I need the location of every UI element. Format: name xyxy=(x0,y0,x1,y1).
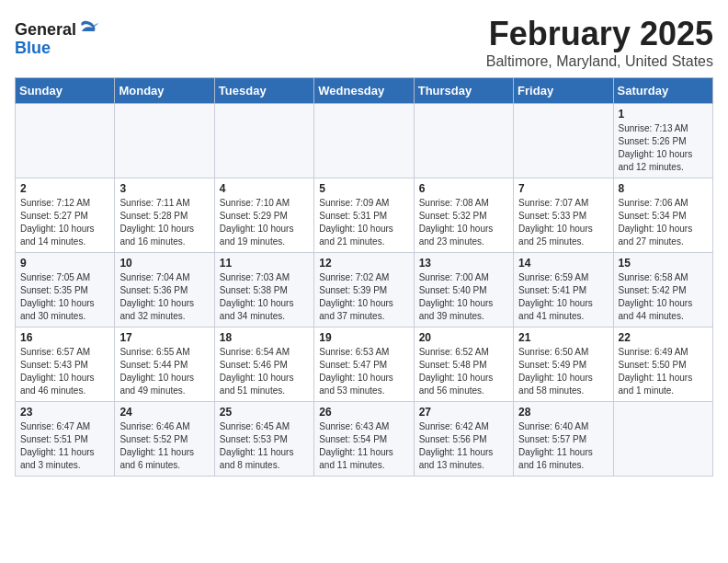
day-number: 11 xyxy=(220,257,309,270)
day-number: 15 xyxy=(619,257,708,270)
calendar-cell: 11Sunrise: 7:03 AM Sunset: 5:38 PM Dayli… xyxy=(214,253,313,327)
calendar-cell: 15Sunrise: 6:58 AM Sunset: 5:42 PM Dayli… xyxy=(613,253,712,327)
day-number: 5 xyxy=(319,182,408,195)
day-number: 6 xyxy=(419,182,508,195)
day-info: Sunrise: 7:03 AM Sunset: 5:38 PM Dayligh… xyxy=(220,271,309,323)
day-info: Sunrise: 7:05 AM Sunset: 5:35 PM Dayligh… xyxy=(20,271,109,323)
day-info: Sunrise: 6:43 AM Sunset: 5:54 PM Dayligh… xyxy=(319,420,408,472)
day-number: 14 xyxy=(518,257,608,270)
day-number: 17 xyxy=(119,331,209,344)
day-header-thursday: Thursday xyxy=(414,78,513,104)
day-number: 26 xyxy=(319,406,408,419)
calendar-title: February 2025 xyxy=(15,15,713,53)
day-number: 27 xyxy=(419,406,508,419)
logo: General Blue xyxy=(15,18,98,58)
day-info: Sunrise: 6:45 AM Sunset: 5:53 PM Dayligh… xyxy=(220,420,309,472)
day-header-sunday: Sunday xyxy=(16,78,115,104)
day-header-tuesday: Tuesday xyxy=(214,78,313,104)
day-number: 4 xyxy=(220,182,309,195)
day-number: 19 xyxy=(319,331,408,344)
calendar-cell: 23Sunrise: 6:47 AM Sunset: 5:51 PM Dayli… xyxy=(16,402,115,477)
day-info: Sunrise: 7:09 AM Sunset: 5:31 PM Dayligh… xyxy=(319,197,408,248)
calendar-cell xyxy=(16,104,115,178)
calendar-table: SundayMondayTuesdayWednesdayThursdayFrid… xyxy=(15,77,713,477)
calendar-cell: 7Sunrise: 7:07 AM Sunset: 5:33 PM Daylig… xyxy=(514,178,613,253)
day-number: 18 xyxy=(220,331,309,344)
day-info: Sunrise: 7:06 AM Sunset: 5:34 PM Dayligh… xyxy=(619,197,708,248)
day-info: Sunrise: 6:54 AM Sunset: 5:46 PM Dayligh… xyxy=(220,346,309,397)
week-row-5: 23Sunrise: 6:47 AM Sunset: 5:51 PM Dayli… xyxy=(16,402,713,477)
calendar-cell: 12Sunrise: 7:02 AM Sunset: 5:39 PM Dayli… xyxy=(314,253,414,327)
day-number: 10 xyxy=(119,257,209,270)
calendar-cell xyxy=(613,402,712,477)
day-info: Sunrise: 7:04 AM Sunset: 5:36 PM Dayligh… xyxy=(119,271,209,323)
day-number: 16 xyxy=(20,331,109,344)
calendar-cell: 18Sunrise: 6:54 AM Sunset: 5:46 PM Dayli… xyxy=(214,327,313,402)
calendar-cell: 2Sunrise: 7:12 AM Sunset: 5:27 PM Daylig… xyxy=(16,178,115,253)
day-number: 12 xyxy=(319,257,408,270)
day-number: 3 xyxy=(119,182,209,195)
day-info: Sunrise: 6:53 AM Sunset: 5:47 PM Dayligh… xyxy=(319,346,408,397)
calendar-cell: 26Sunrise: 6:43 AM Sunset: 5:54 PM Dayli… xyxy=(314,402,414,477)
calendar-cell xyxy=(514,104,613,178)
day-info: Sunrise: 6:55 AM Sunset: 5:44 PM Dayligh… xyxy=(119,346,209,397)
day-number: 8 xyxy=(619,182,708,195)
day-info: Sunrise: 6:40 AM Sunset: 5:57 PM Dayligh… xyxy=(518,420,608,472)
day-number: 20 xyxy=(419,331,508,344)
day-info: Sunrise: 7:08 AM Sunset: 5:32 PM Dayligh… xyxy=(419,197,508,248)
day-info: Sunrise: 6:50 AM Sunset: 5:49 PM Dayligh… xyxy=(518,346,608,397)
day-number: 22 xyxy=(619,331,708,344)
day-header-wednesday: Wednesday xyxy=(314,78,414,104)
calendar-cell: 25Sunrise: 6:45 AM Sunset: 5:53 PM Dayli… xyxy=(214,402,313,477)
calendar-cell: 28Sunrise: 6:40 AM Sunset: 5:57 PM Dayli… xyxy=(514,402,613,477)
day-info: Sunrise: 6:42 AM Sunset: 5:56 PM Dayligh… xyxy=(419,420,508,472)
calendar-cell: 5Sunrise: 7:09 AM Sunset: 5:31 PM Daylig… xyxy=(314,178,414,253)
calendar-cell: 9Sunrise: 7:05 AM Sunset: 5:35 PM Daylig… xyxy=(16,253,115,327)
day-number: 23 xyxy=(20,406,109,419)
logo-bird-icon xyxy=(78,18,98,35)
day-info: Sunrise: 6:58 AM Sunset: 5:42 PM Dayligh… xyxy=(619,271,708,323)
header: February 2025 Baltimore, Maryland, Unite… xyxy=(15,15,713,70)
week-row-3: 9Sunrise: 7:05 AM Sunset: 5:35 PM Daylig… xyxy=(16,253,713,327)
calendar-cell xyxy=(314,104,414,178)
day-info: Sunrise: 6:47 AM Sunset: 5:51 PM Dayligh… xyxy=(20,420,109,472)
calendar-cell: 8Sunrise: 7:06 AM Sunset: 5:34 PM Daylig… xyxy=(613,178,712,253)
day-number: 24 xyxy=(119,406,209,419)
day-number: 28 xyxy=(518,406,608,419)
day-number: 13 xyxy=(419,257,508,270)
day-number: 2 xyxy=(20,182,109,195)
calendar-cell: 10Sunrise: 7:04 AM Sunset: 5:36 PM Dayli… xyxy=(115,253,214,327)
day-info: Sunrise: 7:02 AM Sunset: 5:39 PM Dayligh… xyxy=(319,271,408,323)
day-info: Sunrise: 7:13 AM Sunset: 5:26 PM Dayligh… xyxy=(619,122,708,174)
calendar-cell: 16Sunrise: 6:57 AM Sunset: 5:43 PM Dayli… xyxy=(16,327,115,402)
logo-general: General xyxy=(15,18,98,40)
calendar-cell: 19Sunrise: 6:53 AM Sunset: 5:47 PM Dayli… xyxy=(314,327,414,402)
day-info: Sunrise: 7:10 AM Sunset: 5:29 PM Dayligh… xyxy=(220,197,309,248)
week-row-4: 16Sunrise: 6:57 AM Sunset: 5:43 PM Dayli… xyxy=(16,327,713,402)
day-number: 21 xyxy=(518,331,608,344)
calendar-cell xyxy=(414,104,513,178)
day-info: Sunrise: 6:52 AM Sunset: 5:48 PM Dayligh… xyxy=(419,346,508,397)
day-info: Sunrise: 7:12 AM Sunset: 5:27 PM Dayligh… xyxy=(20,197,109,248)
day-headers-row: SundayMondayTuesdayWednesdayThursdayFrid… xyxy=(16,78,713,104)
calendar-subtitle: Baltimore, Maryland, United States xyxy=(15,53,713,70)
week-row-2: 2Sunrise: 7:12 AM Sunset: 5:27 PM Daylig… xyxy=(16,178,713,253)
day-info: Sunrise: 6:59 AM Sunset: 5:41 PM Dayligh… xyxy=(518,271,608,323)
day-info: Sunrise: 6:49 AM Sunset: 5:50 PM Dayligh… xyxy=(619,346,708,397)
calendar-cell: 27Sunrise: 6:42 AM Sunset: 5:56 PM Dayli… xyxy=(414,402,513,477)
calendar-cell: 21Sunrise: 6:50 AM Sunset: 5:49 PM Dayli… xyxy=(514,327,613,402)
calendar-cell: 4Sunrise: 7:10 AM Sunset: 5:29 PM Daylig… xyxy=(214,178,313,253)
calendar-cell: 6Sunrise: 7:08 AM Sunset: 5:32 PM Daylig… xyxy=(414,178,513,253)
day-header-friday: Friday xyxy=(514,78,613,104)
calendar-cell: 17Sunrise: 6:55 AM Sunset: 5:44 PM Dayli… xyxy=(115,327,214,402)
day-number: 1 xyxy=(619,108,708,121)
calendar-cell: 22Sunrise: 6:49 AM Sunset: 5:50 PM Dayli… xyxy=(613,327,712,402)
day-info: Sunrise: 7:11 AM Sunset: 5:28 PM Dayligh… xyxy=(119,197,209,248)
calendar-cell: 24Sunrise: 6:46 AM Sunset: 5:52 PM Dayli… xyxy=(115,402,214,477)
logo-blue: Blue xyxy=(15,40,51,58)
day-info: Sunrise: 7:07 AM Sunset: 5:33 PM Dayligh… xyxy=(518,197,608,248)
day-header-monday: Monday xyxy=(115,78,214,104)
calendar-cell: 20Sunrise: 6:52 AM Sunset: 5:48 PM Dayli… xyxy=(414,327,513,402)
calendar-cell: 3Sunrise: 7:11 AM Sunset: 5:28 PM Daylig… xyxy=(115,178,214,253)
day-number: 7 xyxy=(518,182,608,195)
